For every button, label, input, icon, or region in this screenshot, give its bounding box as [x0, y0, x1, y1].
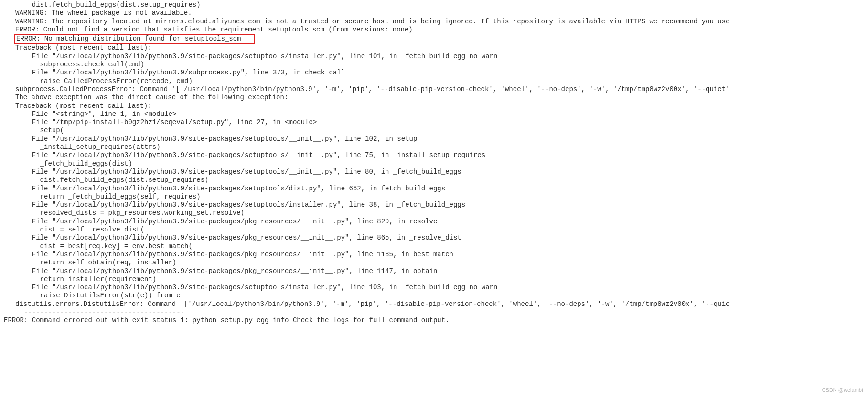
traceback-code: dist.fetch_build_eggs(dist.setup_require…: [20, 176, 208, 184]
gutter: [0, 118, 20, 126]
traceback-file: File "/usr/local/python3/lib/python3.9/s…: [20, 234, 461, 242]
watermark: CSDN @weiambt: [822, 386, 863, 394]
gutter: [0, 52, 20, 61]
traceback-header: Traceback (most recent call last):: [0, 44, 868, 52]
gutter: [0, 151, 20, 159]
terminal-output[interactable]: dist.fetch_build_eggs(dist.setup_require…: [0, 0, 868, 325]
traceback-code: raise CalledProcessError(retcode, cmd): [20, 77, 193, 85]
traceback-file: File "/usr/local/python3/lib/python3.9/s…: [20, 201, 465, 209]
traceback-code: return self.obtain(req, installer): [20, 259, 176, 267]
log-line: WARNING: The wheel package is not availa…: [0, 9, 868, 17]
traceback-file: File "/usr/local/python3/lib/python3.9/s…: [20, 267, 437, 275]
traceback-code: resolved_dists = pkg_resources.working_s…: [20, 209, 245, 217]
traceback-code: setup(: [20, 126, 64, 135]
traceback-file: File "/usr/local/python3/lib/python3.9/s…: [20, 168, 461, 176]
gutter: [0, 126, 20, 135]
traceback-code: return installer(requirement): [20, 275, 156, 284]
traceback-file: File "/usr/local/python3/lib/python3.9/s…: [20, 218, 437, 226]
traceback-file: File "/usr/local/python3/lib/python3.9/s…: [20, 185, 445, 193]
traceback-file: File "/usr/local/python3/lib/python3.9/s…: [20, 69, 345, 77]
traceback-file: File "/usr/local/python3/lib/python3.9/s…: [20, 284, 497, 292]
traceback-file: File "/tmp/pip-install-b9gz2hz1/seqeval/…: [20, 118, 317, 126]
log-line: WARNING: The repository located at mirro…: [0, 18, 868, 26]
gutter: [0, 160, 20, 168]
gutter: [0, 110, 20, 118]
gutter: [0, 185, 20, 193]
gutter: [0, 218, 20, 226]
gutter: [0, 168, 20, 176]
traceback-file: File "/usr/local/python3/lib/python3.9/s…: [20, 151, 485, 159]
traceback-code: subprocess.check_call(cmd): [20, 61, 144, 69]
gutter: [0, 1, 20, 9]
gutter: [0, 143, 20, 151]
traceback-code: dist = self._resolve_dist(: [20, 226, 144, 234]
traceback-code: raise DistutilsError(str(e)) from e: [20, 292, 181, 300]
gutter: [0, 267, 20, 275]
gutter: [0, 176, 20, 184]
gutter: [0, 251, 20, 259]
log-line: The above exception was the direct cause…: [0, 94, 868, 102]
traceback-file: File "<string>", line 1, in <module>: [20, 110, 176, 118]
traceback-file: File "/usr/local/python3/lib/python3.9/s…: [20, 135, 417, 143]
gutter: [0, 242, 20, 251]
gutter: [0, 193, 20, 201]
gutter: [0, 292, 20, 300]
separator-line: ----------------------------------------: [0, 308, 868, 316]
traceback-code: dist = best[req.key] = env.best_match(: [20, 242, 193, 251]
gutter: [0, 69, 20, 77]
log-line: dist.fetch_build_eggs(dist.setup_require…: [20, 1, 201, 9]
traceback-file: File "/usr/local/python3/lib/python3.9/s…: [20, 251, 453, 259]
traceback-code: return _fetch_build_eggs(self, requires): [20, 193, 201, 201]
gutter: [0, 234, 20, 242]
gutter: [0, 275, 20, 284]
log-line-highlighted: ERROR: No matching distribution found fo…: [0, 34, 868, 44]
gutter: [0, 77, 20, 85]
gutter: [0, 226, 20, 234]
log-line-error: ERROR: Could not find a version that sat…: [0, 26, 868, 34]
gutter: [0, 284, 20, 292]
gutter: [0, 259, 20, 267]
traceback-code: _fetch_build_eggs(dist): [20, 160, 132, 168]
traceback-file: File "/usr/local/python3/lib/python3.9/s…: [20, 52, 497, 61]
error-highlight-box: ERROR: No matching distribution found fo…: [14, 34, 255, 44]
log-line: subprocess.CalledProcessError: Command '…: [0, 85, 868, 94]
log-line: distutils.errors.DistutilsError: Command…: [0, 300, 868, 308]
gutter: [0, 201, 20, 209]
gutter: [0, 135, 20, 143]
final-error-line: ERROR: Command errored out with exit sta…: [0, 316, 868, 325]
traceback-header: Traceback (most recent call last):: [0, 102, 868, 110]
traceback-code: _install_setup_requires(attrs): [20, 143, 161, 151]
gutter: [0, 209, 20, 217]
gutter: [0, 61, 20, 69]
